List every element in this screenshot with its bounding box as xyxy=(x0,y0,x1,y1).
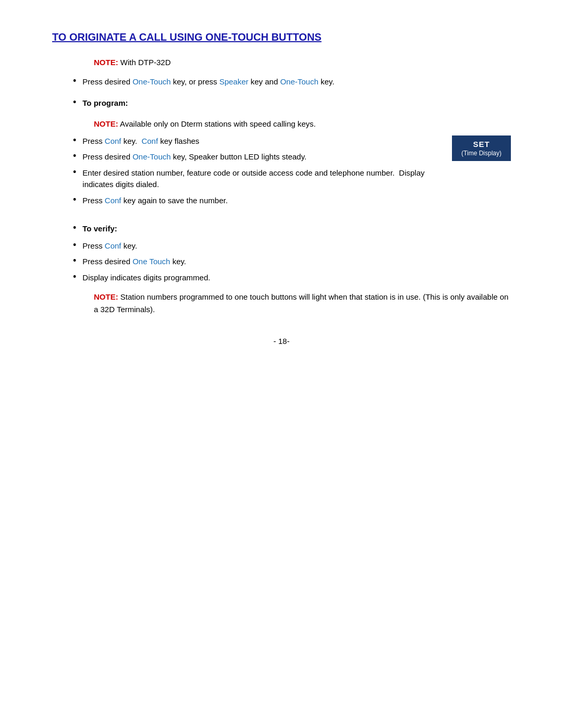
bullet-dot-p3: • xyxy=(73,167,76,178)
note2-text: Available only on Dterm stations with sp… xyxy=(118,119,316,128)
bottom-note-label: NOTE: xyxy=(94,292,118,301)
prog-bullet-2: • Press desired One-Touch key, Speaker b… xyxy=(73,151,436,163)
bullet-dot-program: • xyxy=(73,97,76,108)
bullet-dot-p2: • xyxy=(73,151,76,162)
speaker-text: Speaker xyxy=(219,77,249,86)
bullet-dot-v1: • xyxy=(73,240,76,251)
bullet-one-touch-content: Press desired One-Touch key, or press Sp… xyxy=(82,76,334,88)
conf-2: Conf xyxy=(141,137,158,145)
note1-text: With DTP-32D xyxy=(118,58,171,67)
bullet-dot-verify: • xyxy=(73,223,76,233)
page-number: - 18- xyxy=(52,337,511,346)
one-touch-v: One Touch xyxy=(132,257,170,266)
prog-bullet-3: • Enter desired station number, feature … xyxy=(73,167,436,191)
page-title: TO ORIGINATE A CALL USING ONE-TOUCH BUTT… xyxy=(52,31,511,43)
program-header-text: To program: xyxy=(82,97,128,109)
bullet-to-program: • To program: xyxy=(73,97,511,109)
prog-bullet-3-content: Enter desired station number, feature co… xyxy=(82,167,436,191)
verify-bullet-2-content: Press desired One Touch key. xyxy=(82,256,186,268)
prog-bullet-1: • Press Conf key. Conf key flashes xyxy=(73,135,436,147)
note1: NOTE: With DTP-32D xyxy=(94,58,511,67)
prog-bullet-4: • Press Conf key again to save the numbe… xyxy=(73,195,436,207)
bullet-dot-p4: • xyxy=(73,194,76,205)
bottom-note-text: Station numbers programmed to one touch … xyxy=(94,292,508,314)
set-box-title: SET xyxy=(461,140,501,149)
one-touch-3: One-Touch xyxy=(132,152,170,161)
bullet-one-touch: • Press desired One-Touch key, or press … xyxy=(73,76,511,88)
prog-bullet-1-content: Press Conf key. Conf key flashes xyxy=(82,135,199,147)
page-container: TO ORIGINATE A CALL USING ONE-TOUCH BUTT… xyxy=(0,0,563,377)
note2: NOTE: Available only on Dterm stations w… xyxy=(94,118,511,130)
bullet-dot-1: • xyxy=(73,76,76,87)
verify-bullet-2: • Press desired One Touch key. xyxy=(73,256,511,268)
set-box-subtitle: (Time Display) xyxy=(461,150,501,157)
conf-v1: Conf xyxy=(105,241,121,250)
bullet-dot-p1: • xyxy=(73,135,76,146)
one-touch-2: One-Touch xyxy=(280,77,318,86)
one-touch-1: One-Touch xyxy=(132,77,170,86)
verify-header-text: To verify: xyxy=(82,223,117,235)
program-bullets: • Press Conf key. Conf key flashes • Pre… xyxy=(52,135,436,211)
bottom-note: NOTE: Station numbers programmed to one … xyxy=(94,291,511,316)
verify-bullet-3-content: Display indicates digits programmed. xyxy=(82,272,210,284)
prog-bullet-4-content: Press Conf key again to save the number. xyxy=(82,195,228,207)
program-section: • Press Conf key. Conf key flashes • Pre… xyxy=(52,135,511,211)
note2-label: NOTE: xyxy=(94,119,118,128)
bullet-dot-v3: • xyxy=(73,272,76,282)
conf-1: Conf xyxy=(105,137,121,145)
bullet-dot-v2: • xyxy=(73,255,76,266)
set-box: SET (Time Display) xyxy=(452,135,511,161)
note1-label: NOTE: xyxy=(94,58,118,67)
verify-bullet-3: • Display indicates digits programmed. xyxy=(73,272,511,284)
prog-bullet-2-content: Press desired One-Touch key, Speaker but… xyxy=(82,151,307,163)
bullet-to-verify: • To verify: xyxy=(73,223,511,235)
verify-bullet-1: • Press Conf key. xyxy=(73,240,511,252)
verify-bullet-1-content: Press Conf key. xyxy=(82,240,137,252)
conf-3: Conf xyxy=(105,196,121,205)
